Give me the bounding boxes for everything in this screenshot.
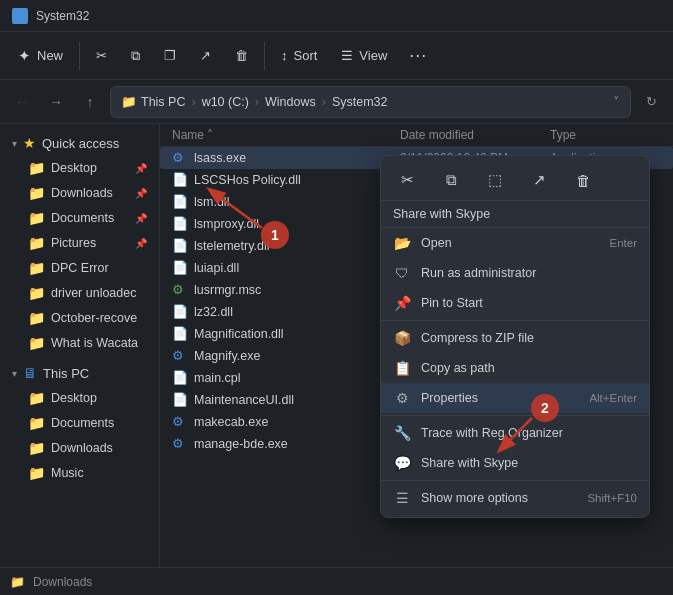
- ctx-pin-start-label: Pin to Start: [421, 296, 483, 310]
- ctx-compress-label: Compress to ZIP file: [421, 331, 534, 345]
- ctx-skype-share[interactable]: 💬 Share with Skype: [381, 448, 649, 478]
- sidebar-item-pc-music-label: Music: [51, 466, 84, 480]
- sidebar-thispc-header[interactable]: ▾ 🖥 This PC: [4, 361, 155, 385]
- ctx-paste-button[interactable]: ⬚: [481, 166, 509, 194]
- ctx-separator-2: [381, 415, 649, 416]
- col-type-header[interactable]: Type: [550, 128, 673, 142]
- sidebar-item-pc-desktop[interactable]: 📁 Desktop: [4, 386, 155, 410]
- sidebar-item-pc-music[interactable]: 📁 Music: [4, 461, 155, 485]
- sidebar-item-pc-documents[interactable]: 📁 Documents: [4, 411, 155, 435]
- ctx-more-options[interactable]: ☰ Show more options Shift+F10: [381, 483, 649, 513]
- downloads-folder-icon: 📁: [28, 185, 45, 201]
- sidebar-item-dpc-error[interactable]: 📁 DPC Error: [4, 256, 155, 280]
- path-segment-system32: System32: [332, 95, 388, 109]
- sidebar-quick-access-header[interactable]: ▾ ★ Quick access: [4, 131, 155, 155]
- title-bar-text: System32: [36, 9, 89, 23]
- toolbar: ✦ New ✂ ⧉ ❐ ↗ 🗑 ↕ Sort ☰ View ···: [0, 32, 673, 80]
- file-name: lsmproxy.dll: [194, 217, 259, 231]
- ctx-separator-1: [381, 320, 649, 321]
- file-name-cell: 📄 lsmproxy.dll: [160, 216, 400, 232]
- ctx-pin-start[interactable]: 📌 Pin to Start: [381, 288, 649, 318]
- ctx-run-admin[interactable]: 🛡 Run as administrator: [381, 258, 649, 288]
- share-button[interactable]: ↗: [190, 42, 221, 69]
- forward-button[interactable]: →: [42, 88, 70, 116]
- view-button[interactable]: ☰ View: [331, 42, 397, 69]
- file-name: makecab.exe: [194, 415, 268, 429]
- ctx-trace-reg[interactable]: 🔧 Trace with Reg Organizer: [381, 418, 649, 448]
- delete-button[interactable]: 🗑: [225, 42, 258, 69]
- ctx-delete-button[interactable]: 🗑: [569, 166, 597, 194]
- new-icon: ✦: [18, 47, 31, 65]
- file-dll-icon: 📄: [172, 304, 188, 320]
- copy-icon: ⧉: [131, 48, 140, 64]
- ctx-more-options-shortcut: Shift+F10: [587, 492, 637, 504]
- sort-button[interactable]: ↕ Sort: [271, 42, 327, 69]
- col-date-header[interactable]: Date modified: [400, 128, 550, 142]
- ctx-separator-3: [381, 480, 649, 481]
- file-name-cell: 📄 main.cpl: [160, 370, 400, 386]
- view-icon: ☰: [341, 48, 353, 63]
- sidebar-item-what[interactable]: 📁 What is Wacata: [4, 331, 155, 355]
- file-name-cell: ⚙ lusrmgr.msc: [160, 282, 400, 298]
- paste-icon: ❐: [164, 48, 176, 63]
- sidebar-item-downloads-label: Downloads: [51, 186, 113, 200]
- ctx-share-button[interactable]: ↗: [525, 166, 553, 194]
- cut-button[interactable]: ✂: [86, 42, 117, 69]
- ctx-copy-path-label: Copy as path: [421, 361, 495, 375]
- skype-icon: 💬: [393, 455, 411, 471]
- up-button[interactable]: ↑: [76, 88, 104, 116]
- quick-access-label: Quick access: [42, 136, 119, 151]
- file-exe-icon: ⚙: [172, 436, 188, 452]
- file-name: luiapi.dll: [194, 261, 239, 275]
- sidebar-item-driver[interactable]: 📁 driver unloadec: [4, 281, 155, 305]
- sidebar-item-pictures[interactable]: 📁 Pictures 📌: [4, 231, 155, 255]
- new-button[interactable]: ✦ New: [8, 41, 73, 71]
- pin-icon: 📌: [393, 295, 411, 311]
- file-name-cell: 📄 luiapi.dll: [160, 260, 400, 276]
- delete-icon: 🗑: [235, 48, 248, 63]
- sidebar-item-pc-downloads[interactable]: 📁 Downloads: [4, 436, 155, 460]
- pc-desktop-icon: 📁: [28, 390, 45, 406]
- path-segment-windows: Windows: [265, 95, 316, 109]
- ctx-copy-path[interactable]: 📋 Copy as path: [381, 353, 649, 383]
- ctx-skype-top[interactable]: Share with Skype: [381, 201, 649, 228]
- paste-button[interactable]: ❐: [154, 42, 186, 69]
- documents-folder-icon: 📁: [28, 210, 45, 226]
- file-cpl-icon: 📄: [172, 370, 188, 386]
- ctx-properties-shortcut: Alt+Enter: [589, 392, 637, 404]
- copy-button[interactable]: ⧉: [121, 42, 150, 70]
- pc-downloads-icon: 📁: [28, 440, 45, 456]
- sidebar-item-desktop[interactable]: 📁 Desktop 📌: [4, 156, 155, 180]
- ctx-open[interactable]: 📂 Open Enter: [381, 228, 649, 258]
- sidebar-item-what-label: What is Wacata: [51, 336, 138, 350]
- ctx-compress[interactable]: 📦 Compress to ZIP file: [381, 323, 649, 353]
- view-label: View: [359, 48, 387, 63]
- ctx-properties[interactable]: ⚙ Properties Alt+Enter: [381, 383, 649, 413]
- file-name: LSCSHos Policy.dll: [194, 173, 301, 187]
- file-name: lsass.exe: [194, 151, 246, 165]
- file-dll-icon: 📄: [172, 194, 188, 210]
- sidebar: ▾ ★ Quick access 📁 Desktop 📌 📁 Downloads…: [0, 124, 160, 567]
- file-name: MaintenanceUI.dll: [194, 393, 294, 407]
- file-dll-icon: 📄: [172, 238, 188, 254]
- ctx-cut-button[interactable]: ✂: [393, 166, 421, 194]
- sidebar-item-downloads[interactable]: 📁 Downloads 📌: [4, 181, 155, 205]
- more-button[interactable]: ···: [401, 39, 435, 72]
- sidebar-item-pc-desktop-label: Desktop: [51, 391, 97, 405]
- col-name-header[interactable]: Name ˄: [160, 128, 400, 142]
- trace-icon: 🔧: [393, 425, 411, 441]
- back-button[interactable]: ←: [8, 88, 36, 116]
- file-name: Magnification.dll: [194, 327, 284, 341]
- ctx-copy-button[interactable]: ⧉: [437, 166, 465, 194]
- context-menu-toolbar: ✂ ⧉ ⬚ ↗ 🗑: [381, 160, 649, 201]
- address-path[interactable]: 📁 This PC › w10 (C:) › Windows › System3…: [110, 86, 631, 118]
- sidebar-item-documents[interactable]: 📁 Documents 📌: [4, 206, 155, 230]
- ctx-skype-label: Share with Skype: [421, 456, 518, 470]
- sort-label: Sort: [294, 48, 318, 63]
- cut-icon: ✂: [96, 48, 107, 63]
- pin-icon-dl: 📌: [135, 188, 147, 199]
- sidebar-item-october[interactable]: 📁 October-recove: [4, 306, 155, 330]
- thispc-label: This PC: [43, 366, 89, 381]
- sidebar-item-driver-label: driver unloadec: [51, 286, 136, 300]
- refresh-button[interactable]: ↻: [637, 88, 665, 116]
